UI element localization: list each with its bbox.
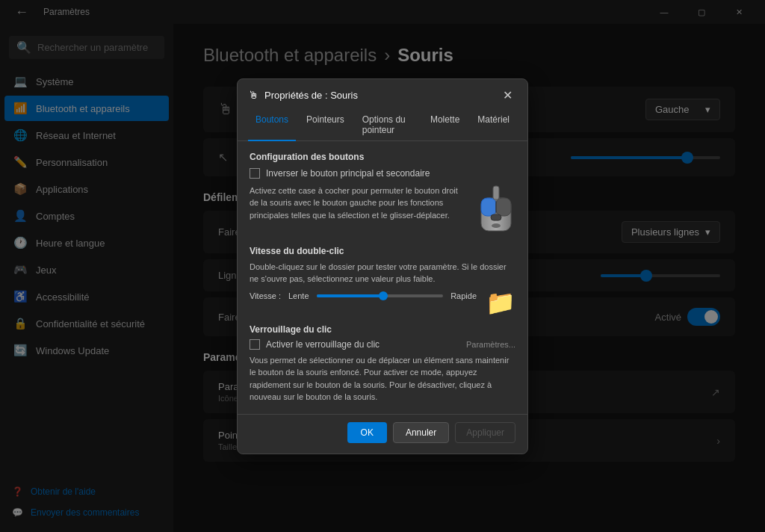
svg-rect-1 (481, 198, 496, 216)
checkbox-inverser[interactable] (250, 168, 260, 179)
speed-track[interactable] (317, 294, 444, 297)
dialog-tab-molette[interactable]: Molette (423, 110, 467, 141)
folder-icon[interactable]: 📁 (486, 288, 515, 317)
lock-params-button[interactable]: Paramètres... (466, 340, 515, 349)
dialog-tab-materiel[interactable]: Matériel (470, 110, 517, 141)
dblclick-title: Vitesse du double-clic (250, 246, 515, 256)
lock-checkbox-row: Activer le verrouillage du clic (250, 339, 380, 350)
speed-label-lente: Lente (288, 291, 309, 300)
speed-row-container: Vitesse : Lente Rapide 📁 (250, 291, 515, 317)
lock-section: Verrouillage du clic Activer le verrouil… (250, 324, 515, 403)
svg-rect-2 (496, 198, 511, 216)
speed-fill (317, 294, 380, 297)
lock-title: Verrouillage du clic (250, 324, 515, 335)
apply-button: Appliquer (455, 422, 515, 443)
dialog-tab-boutons[interactable]: Boutons (248, 110, 296, 141)
dialog-tabs: Boutons Pointeurs Options du pointeur Mo… (238, 104, 527, 141)
ok-button[interactable]: OK (347, 422, 387, 443)
speed-slider-container: Vitesse : Lente Rapide (250, 291, 477, 308)
lock-checkbox-label: Activer le verrouillage du clic (266, 339, 380, 350)
svg-rect-4 (491, 214, 501, 220)
dblclick-text: Double-cliquez sur le dossier pour teste… (250, 261, 515, 285)
dialog-title-text: Propriétés de : Souris (264, 90, 492, 101)
dialog-footer: OK Annuler Appliquer (238, 414, 527, 454)
speed-prefix: Vitesse : (250, 291, 281, 300)
dialog-tab-pointeurs[interactable]: Pointeurs (299, 110, 352, 141)
svg-point-5 (492, 223, 501, 228)
config-text: Activez cette case à cocher pour permute… (250, 185, 468, 222)
dialog-close-button[interactable]: ✕ (498, 87, 517, 104)
config-section-title: Configuration des boutons (250, 152, 515, 162)
lock-text: Vous permet de sélectionner ou de déplac… (250, 354, 515, 403)
speed-slider-row: Vitesse : Lente Rapide (250, 291, 477, 300)
speed-label-rapide: Rapide (450, 291, 477, 300)
cancel-button[interactable]: Annuler (393, 422, 449, 443)
dialog-tab-options[interactable]: Options du pointeur (355, 110, 420, 141)
mouse-svg (477, 185, 515, 234)
checkbox-lock[interactable] (250, 339, 260, 350)
checkbox-inverser-label: Inverser le bouton principal et secondai… (266, 168, 430, 179)
dialog-proprietes: 🖱 Propriétés de : Souris ✕ Boutons Point… (237, 78, 528, 454)
dblclick-section: Vitesse du double-clic Double-cliquez su… (250, 246, 515, 317)
speed-thumb[interactable] (379, 291, 388, 300)
svg-rect-6 (493, 186, 499, 200)
dialog-overlay: 🖱 Propriétés de : Souris ✕ Boutons Point… (0, 0, 765, 532)
dialog-body: Configuration des boutons Inverser le bo… (238, 141, 527, 414)
dialog-title-icon: 🖱 (248, 89, 258, 101)
lock-row: Activer le verrouillage du clic Paramètr… (250, 339, 515, 350)
config-text-col: Activez cette case à cocher pour permute… (250, 185, 468, 237)
config-content: Activez cette case à cocher pour permute… (250, 185, 515, 237)
dialog-titlebar: 🖱 Propriétés de : Souris ✕ (238, 79, 527, 104)
checkbox-row-inverser: Inverser le bouton principal et secondai… (250, 168, 515, 179)
mouse-illustration (477, 185, 515, 237)
